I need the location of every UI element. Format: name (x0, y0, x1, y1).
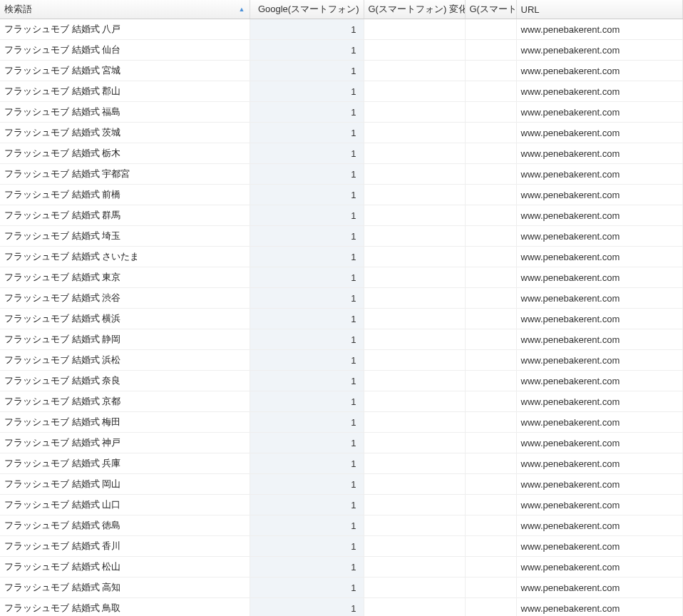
cell-truncated (465, 495, 516, 515)
header-change[interactable]: G(スマートフォン) 変化 (364, 0, 465, 19)
header-google-label: Google(スマートフォン) (258, 4, 359, 14)
cell-google-rank: 1 (250, 143, 364, 164)
table-row[interactable]: フラッシュモブ 結婚式 岡山1www.penebakerent.com (0, 474, 683, 495)
cell-keyword: フラッシュモブ 結婚式 宇都宮 (0, 164, 250, 185)
table-row[interactable]: フラッシュモブ 結婚式 前橋1www.penebakerent.com (0, 185, 683, 205)
cell-truncated (465, 288, 516, 309)
table-row[interactable]: フラッシュモブ 結婚式 宮城1www.penebakerent.com (0, 61, 683, 81)
table-row[interactable]: フラッシュモブ 結婚式 浜松1www.penebakerent.com (0, 350, 683, 371)
cell-keyword: フラッシュモブ 結婚式 前橋 (0, 185, 250, 205)
cell-google-rank: 1 (250, 288, 364, 309)
table-header: 検索語 ▲ Google(スマートフォン) G(スマートフォン) 変化 G(スマ… (0, 0, 683, 19)
cell-keyword: フラッシュモブ 結婚式 山口 (0, 495, 250, 515)
cell-keyword: フラッシュモブ 結婚式 岡山 (0, 474, 250, 495)
cell-keyword: フラッシュモブ 結婚式 仙台 (0, 40, 250, 61)
cell-truncated (465, 412, 516, 433)
header-truncated[interactable]: G(スマートフ.. (465, 0, 516, 19)
table-row[interactable]: フラッシュモブ 結婚式 鳥取1www.penebakerent.com (0, 598, 683, 617)
cell-url: www.penebakerent.com (516, 164, 683, 185)
cell-change (364, 557, 465, 578)
header-keyword[interactable]: 検索語 ▲ (0, 0, 250, 19)
header-keyword-label: 検索語 (4, 4, 32, 14)
cell-truncated (465, 267, 516, 288)
table-row[interactable]: フラッシュモブ 結婚式 山口1www.penebakerent.com (0, 495, 683, 515)
table-row[interactable]: フラッシュモブ 結婚式 渋谷1www.penebakerent.com (0, 288, 683, 309)
table-row[interactable]: フラッシュモブ 結婚式 郡山1www.penebakerent.com (0, 81, 683, 102)
table-row[interactable]: フラッシュモブ 結婚式 静岡1www.penebakerent.com (0, 329, 683, 350)
table-row[interactable]: フラッシュモブ 結婚式 徳島1www.penebakerent.com (0, 515, 683, 536)
table-row[interactable]: フラッシュモブ 結婚式 群馬1www.penebakerent.com (0, 205, 683, 226)
cell-change (364, 19, 465, 40)
cell-google-rank: 1 (250, 391, 364, 412)
cell-change (364, 474, 465, 495)
header-google[interactable]: Google(スマートフォン) (250, 0, 364, 19)
cell-google-rank: 1 (250, 578, 364, 598)
cell-google-rank: 1 (250, 102, 364, 123)
cell-google-rank: 1 (250, 453, 364, 474)
cell-url: www.penebakerent.com (516, 557, 683, 578)
cell-google-rank: 1 (250, 205, 364, 226)
cell-google-rank: 1 (250, 557, 364, 578)
table-row[interactable]: フラッシュモブ 結婚式 埼玉1www.penebakerent.com (0, 226, 683, 247)
cell-truncated (465, 61, 516, 81)
table-body: フラッシュモブ 結婚式 八戸1www.penebakerent.comフラッシュ… (0, 19, 683, 617)
cell-change (364, 123, 465, 143)
cell-change (364, 226, 465, 247)
cell-truncated (465, 205, 516, 226)
cell-truncated (465, 102, 516, 123)
cell-url: www.penebakerent.com (516, 185, 683, 205)
table-row[interactable]: フラッシュモブ 結婚式 横浜1www.penebakerent.com (0, 309, 683, 329)
cell-change (364, 350, 465, 371)
cell-url: www.penebakerent.com (516, 61, 683, 81)
cell-keyword: フラッシュモブ 結婚式 奈良 (0, 371, 250, 391)
cell-truncated (465, 185, 516, 205)
table-row[interactable]: フラッシュモブ 結婚式 梅田1www.penebakerent.com (0, 412, 683, 433)
cell-keyword: フラッシュモブ 結婚式 梅田 (0, 412, 250, 433)
cell-change (364, 185, 465, 205)
cell-keyword: フラッシュモブ 結婚式 徳島 (0, 515, 250, 536)
header-url[interactable]: URL (516, 0, 683, 19)
cell-google-rank: 1 (250, 474, 364, 495)
cell-google-rank: 1 (250, 185, 364, 205)
table-row[interactable]: フラッシュモブ 結婚式 東京1www.penebakerent.com (0, 267, 683, 288)
cell-url: www.penebakerent.com (516, 495, 683, 515)
cell-change (364, 515, 465, 536)
cell-keyword: フラッシュモブ 結婚式 東京 (0, 267, 250, 288)
cell-keyword: フラッシュモブ 結婚式 兵庫 (0, 453, 250, 474)
cell-truncated (465, 350, 516, 371)
table-row[interactable]: フラッシュモブ 結婚式 茨城1www.penebakerent.com (0, 123, 683, 143)
cell-change (364, 267, 465, 288)
table-row[interactable]: フラッシュモブ 結婚式 香川1www.penebakerent.com (0, 536, 683, 557)
cell-truncated (465, 598, 516, 617)
table-row[interactable]: フラッシュモブ 結婚式 さいたま1www.penebakerent.com (0, 247, 683, 267)
cell-google-rank: 1 (250, 350, 364, 371)
cell-keyword: フラッシュモブ 結婚式 高知 (0, 578, 250, 598)
cell-truncated (465, 371, 516, 391)
table-row[interactable]: フラッシュモブ 結婚式 松山1www.penebakerent.com (0, 557, 683, 578)
table-row[interactable]: フラッシュモブ 結婚式 宇都宮1www.penebakerent.com (0, 164, 683, 185)
table-row[interactable]: フラッシュモブ 結婚式 八戸1www.penebakerent.com (0, 19, 683, 40)
cell-google-rank: 1 (250, 515, 364, 536)
cell-url: www.penebakerent.com (516, 536, 683, 557)
table-row[interactable]: フラッシュモブ 結婚式 兵庫1www.penebakerent.com (0, 453, 683, 474)
table-row[interactable]: フラッシュモブ 結婚式 仙台1www.penebakerent.com (0, 40, 683, 61)
table-row[interactable]: フラッシュモブ 結婚式 福島1www.penebakerent.com (0, 102, 683, 123)
cell-url: www.penebakerent.com (516, 81, 683, 102)
table-row[interactable]: フラッシュモブ 結婚式 奈良1www.penebakerent.com (0, 371, 683, 391)
cell-google-rank: 1 (250, 536, 364, 557)
table-row[interactable]: フラッシュモブ 結婚式 栃木1www.penebakerent.com (0, 143, 683, 164)
cell-google-rank: 1 (250, 40, 364, 61)
cell-google-rank: 1 (250, 19, 364, 40)
cell-change (364, 433, 465, 453)
cell-google-rank: 1 (250, 61, 364, 81)
cell-google-rank: 1 (250, 164, 364, 185)
cell-truncated (465, 143, 516, 164)
cell-truncated (465, 391, 516, 412)
table-row[interactable]: フラッシュモブ 結婚式 京都1www.penebakerent.com (0, 391, 683, 412)
cell-change (364, 81, 465, 102)
cell-truncated (465, 433, 516, 453)
cell-truncated (465, 81, 516, 102)
table-row[interactable]: フラッシュモブ 結婚式 高知1www.penebakerent.com (0, 578, 683, 598)
header-change-label: G(スマートフォン) 変化 (369, 4, 466, 14)
table-row[interactable]: フラッシュモブ 結婚式 神戸1www.penebakerent.com (0, 433, 683, 453)
